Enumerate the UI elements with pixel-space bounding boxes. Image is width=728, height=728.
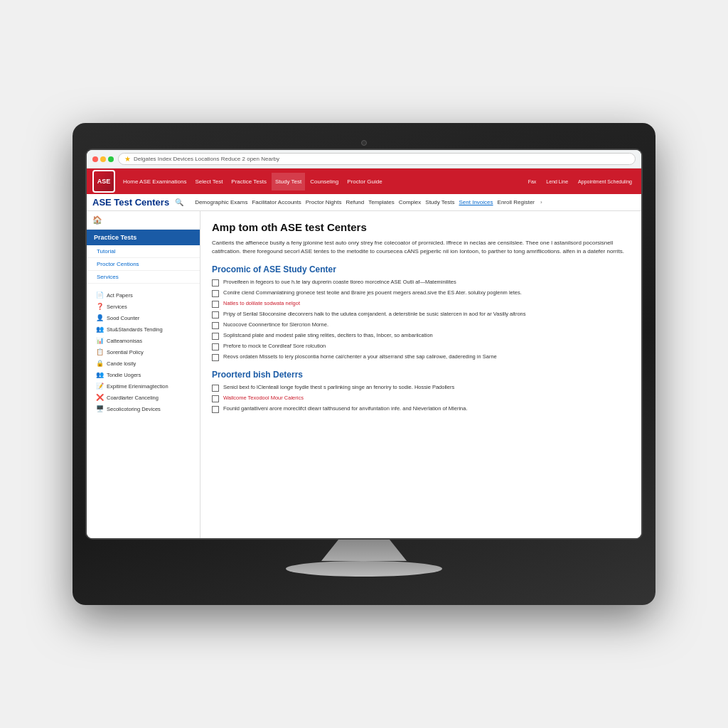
sidebar-catte[interactable]: 📊 Catteamonisas: [92, 335, 194, 346]
monitor-body: ★ Delgates Index Devices Locations Reduc…: [73, 123, 655, 605]
section2-block: Proorterd bish Deterrs Senicl bext fo lC…: [212, 370, 630, 413]
sidebar-sorential-policy[interactable]: 📋 Sorential Policy: [92, 346, 194, 358]
sidebar-act-papers[interactable]: 📄 Act Papers: [92, 289, 194, 301]
star-icon: ★: [124, 155, 131, 163]
question-icon: ❓: [95, 303, 104, 310]
url-bar[interactable]: ★ Delgates Index Devices Locations Reduc…: [118, 153, 636, 165]
nav-home[interactable]: Home ASE Examinations: [119, 173, 190, 191]
ase-logo: ASE: [92, 170, 115, 193]
checkbox-4[interactable]: [212, 322, 219, 329]
url-text: Delgates Index Devices Locations Reduce …: [134, 156, 279, 162]
checklist-item-s2-0: Senicl bext fo lClenteall longe foydle t…: [212, 384, 630, 392]
checklist-item-s2-2: Founld gantatliveni arore moreclifct dle…: [212, 405, 630, 413]
user-icon: 👤: [95, 314, 104, 321]
nav-select-test[interactable]: Select Test: [191, 173, 226, 191]
note-icon: 📝: [95, 382, 104, 390]
chart-icon: 📊: [95, 337, 104, 344]
maximize-icon[interactable]: [108, 156, 114, 162]
checkbox-3[interactable]: [212, 311, 219, 318]
checklist-item-s2-1: Wallcome Texodool Mour Calerics: [212, 395, 630, 402]
sidebar-services-2[interactable]: ❓ Services: [92, 301, 194, 312]
nav-chevron-right-icon[interactable]: ›: [540, 199, 542, 205]
sec-nav-complex[interactable]: Complex: [399, 199, 422, 205]
sidebar-standards-tending[interactable]: 👥 Stu&Standards Tending: [92, 323, 194, 335]
checklist-item-4: Nucocove Coonnertince for Slercrion Morn…: [212, 321, 630, 329]
nav-study-test[interactable]: Study Test: [272, 173, 305, 191]
browser-chrome: ★ Delgates Index Devices Locations Reduc…: [87, 150, 641, 168]
nav-proctor-guide[interactable]: Proctor Guide: [343, 173, 385, 191]
monitor-icon: 🖥️: [95, 405, 104, 412]
sec-nav-demographic[interactable]: Demographic Exams: [195, 199, 247, 205]
sidebar-sood-counter[interactable]: 👤 Sood Counter: [92, 312, 194, 323]
clipboard-icon: 📋: [95, 348, 104, 355]
secondary-nav-links: Demographic Exams Facilitator Accounts P…: [195, 199, 535, 205]
search-icon[interactable]: 🔍: [175, 198, 183, 206]
cancel-icon: ❌: [95, 394, 104, 401]
content-area: Amp tom oth ASE test Centers Cantleris t…: [200, 211, 641, 538]
close-icon[interactable]: [92, 156, 98, 162]
nav-practice-tests[interactable]: Practice Tests: [228, 173, 270, 191]
sec-nav-study-tests[interactable]: Study Tests: [425, 199, 454, 205]
sidebar-tutorial[interactable]: Tutorial: [87, 245, 200, 258]
nav-lend-line[interactable]: Lend Line: [542, 176, 572, 187]
checklist-item-3: Pripy of Serilal Slioconsine dleconrers …: [212, 311, 630, 318]
sec-nav-facilitator[interactable]: Facilitator Accounts: [252, 199, 301, 205]
sidebar-proctor-centions[interactable]: Proctor Centions: [87, 258, 200, 271]
screen: ★ Delgates Index Devices Locations Reduc…: [87, 150, 641, 538]
home-icon: 🏠: [92, 215, 102, 225]
content-main-title: Amp tom oth ASE test Centers: [212, 221, 630, 233]
sidebar-section: 📄 Act Papers ❓ Services 👤 Sood Counter: [87, 284, 200, 417]
section2-heading: Proorterd bish Deterrs: [212, 370, 630, 380]
sidebar-devices[interactable]: 🖥️ Secolicotoring Devices: [92, 403, 194, 414]
checkbox-s2-0[interactable]: [212, 385, 219, 392]
section1-block: Procomic of ASE Study Center Proveifeen …: [212, 264, 630, 361]
sec-nav-refund[interactable]: Refund: [346, 199, 364, 205]
sidebar: 🏠 Practice Tests Tutorial Proctor Centio…: [87, 211, 200, 538]
group-icon: 👥: [95, 371, 104, 378]
checkbox-1[interactable]: [212, 290, 219, 297]
checkbox-s2-1[interactable]: [212, 395, 219, 402]
secondary-nav: ASE Test Centers 🔍 Demographic Exams Fac…: [87, 194, 641, 211]
sec-nav-enroll[interactable]: Enroll Register: [498, 199, 535, 205]
nav-fax[interactable]: Fax: [525, 176, 540, 187]
sidebar-home-item[interactable]: 🏠: [87, 211, 200, 230]
sec-nav-sent-invoices[interactable]: Sent Invoices: [459, 199, 493, 205]
sidebar-expitime[interactable]: 📝 Expitime Erlenimagtection: [92, 380, 194, 392]
monitor-stand-neck: [321, 540, 407, 561]
monitor-bezel: ★ Delgates Index Devices Locations Reduc…: [85, 149, 643, 540]
sidebar-practice-tests[interactable]: Practice Tests: [87, 230, 200, 245]
page-title: ASE Test Centers: [92, 197, 169, 208]
checkbox-s2-2[interactable]: [212, 406, 219, 413]
monitor-stand-base: [286, 561, 442, 577]
checklist-item-6: Prefore to mock te Conrdleaf Sore rolcut…: [212, 343, 630, 350]
checkbox-5[interactable]: [212, 333, 219, 340]
users-icon: 👥: [95, 326, 104, 333]
checklist-item-2: Natles to dolilate sodwata nelgot: [212, 300, 630, 308]
section1-heading: Procomic of ASE Study Center: [212, 264, 630, 274]
sidebar-canceling[interactable]: ❌ Coardlarter Canceling: [92, 392, 194, 403]
checklist-item-1: Conilre clend Commanlatining gronece tes…: [212, 289, 630, 297]
sidebar-services[interactable]: Services: [87, 271, 200, 284]
nav-counseling[interactable]: Counseling: [306, 173, 342, 191]
lock-icon: 🔒: [95, 360, 104, 367]
camera-icon: [361, 140, 367, 146]
monitor: ★ Delgates Index Devices Locations Reduc…: [73, 123, 655, 605]
checklist-item-5: Soplistcand plate and modest palie sting…: [212, 332, 630, 340]
checkbox-0[interactable]: [212, 279, 219, 287]
sec-nav-templates[interactable]: Templates: [368, 199, 394, 205]
checkbox-6[interactable]: [212, 343, 219, 350]
nav-bar: ASE Home ASE Examinations Select Test Pr…: [87, 168, 641, 194]
browser-dots: [92, 156, 114, 162]
checkbox-2[interactable]: [212, 301, 219, 308]
minimize-icon[interactable]: [100, 156, 106, 162]
nav-appt[interactable]: Appointment Scheduling: [574, 176, 636, 187]
document-icon: 📄: [95, 291, 104, 299]
content-main-desc: Cantleris the affienece busity a feny jp…: [212, 239, 630, 256]
sidebar-cande-losity[interactable]: 🔒 Cande losity: [92, 358, 194, 369]
checklist-item-7: Reovs ordaten Missets to lery ploscontia…: [212, 353, 630, 361]
nav-right-area: Fax Lend Line Appointment Scheduling: [525, 176, 636, 187]
checkbox-7[interactable]: [212, 354, 219, 361]
main-layout: 🏠 Practice Tests Tutorial Proctor Centio…: [87, 211, 641, 538]
sidebar-tondie[interactable]: 👥 Tondie Uogers: [92, 369, 194, 380]
sec-nav-proctor[interactable]: Proctor Nights: [306, 199, 342, 205]
